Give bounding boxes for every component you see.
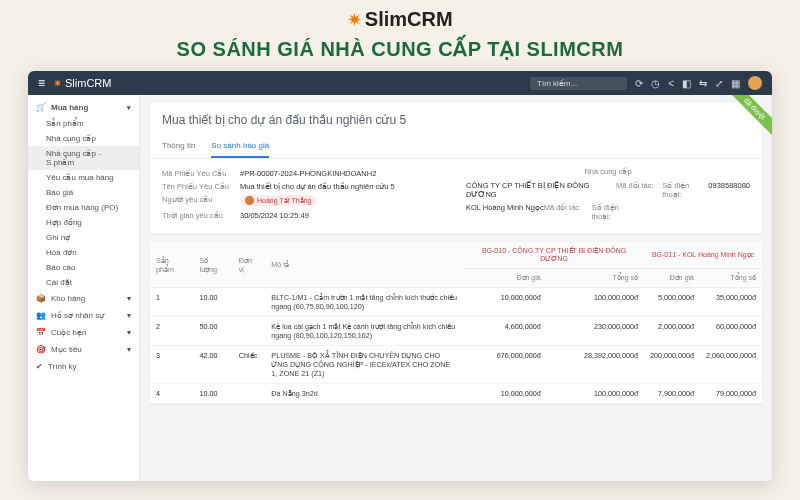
value-thoi: 30/05/2024 10:25:49 (240, 211, 309, 220)
cell-mota: PLUSME - BỘ XẢ TĨNH ĐIỆN CHUYÊN DỤNG CHO… (265, 346, 464, 384)
supplier-row: CÔNG TY CP THIẾT BỊ ĐIỆN ĐÔNG DƯƠNG Mã đ… (466, 179, 750, 201)
th-g2-tongso: Tổng số (700, 269, 762, 288)
promo-headline: SO SÁNH GIÁ NHÀ CUNG CẤP TẠI SLIMCRM (0, 35, 800, 71)
cell-sl: 10.00 (193, 288, 232, 317)
sidebar-major-label: Hồ sơ nhân sự (51, 311, 104, 320)
th-mota[interactable]: Mô tả (265, 242, 464, 288)
supplier-name: KOL Hoàng Minh Ngọc (466, 203, 544, 221)
th-group1: BG-010 - CÔNG TY CP THIẾT BỊ ĐIỆN ĐÔNG D… (464, 242, 644, 269)
sidebar-item-caidat[interactable]: Cài đặt (28, 275, 139, 290)
request-info: Mã Phiếu Yêu Cầu#PR-00007-2024-PHONGKINH… (162, 167, 446, 223)
sidebar-major-trinhky[interactable]: ✔Trình ký (28, 358, 139, 375)
sidebar-item-ncc-sp[interactable]: Nhà cung cấp - S.phẩm (28, 146, 139, 170)
cell-mota: BLTC-1/M1 - Cảm trườn 1 mặt tăng chỉnh k… (265, 288, 464, 317)
cart-icon: 🛒 (36, 103, 46, 112)
table-row[interactable]: 2 50.00 Kệ lùa cài gạch 1 mặt Kệ cánh tr… (150, 317, 762, 346)
info-panel: Mã Phiếu Yêu Cầu#PR-00007-2024-PHONGKINH… (150, 159, 762, 234)
cell-g2-ts: 79,000,000đ (700, 384, 762, 404)
chevron-down-icon: ▾ (127, 104, 131, 112)
chevron-down-icon: ▾ (127, 345, 131, 354)
box-icon: 📦 (36, 294, 46, 303)
people-icon: 👥 (36, 311, 46, 320)
sync-icon[interactable]: ⟳ (635, 78, 643, 89)
table-row[interactable]: 1 10.00 BLTC-1/M1 - Cảm trườn 1 mặt tăng… (150, 288, 762, 317)
app-frame: ≡ ✷ SlimCRM Tìm kiếm... ⟳ ◷ < ◧ ⇆ ⤢ ▦ 🛒 … (28, 71, 772, 481)
sidebar-major-nhansu[interactable]: 👥Hồ sơ nhân sự▾ (28, 307, 139, 324)
chevron-down-icon: ▾ (127, 294, 131, 303)
sidebar-major-khohang[interactable]: 📦Kho hàng▾ (28, 290, 139, 307)
search-input[interactable]: Tìm kiếm... (530, 77, 627, 90)
cell-sp: 2 (150, 317, 193, 346)
setup-icon[interactable]: ⇆ (699, 78, 707, 89)
cell-g1-ts: 100,000,000đ (547, 288, 644, 317)
clock-icon[interactable]: ◷ (651, 78, 660, 89)
target-icon: 🎯 (36, 345, 46, 354)
sidebar-major-muctieu[interactable]: 🎯Mục tiêu▾ (28, 341, 139, 358)
grid-icon[interactable]: ▦ (731, 78, 740, 89)
expand-icon[interactable]: ⤢ (715, 78, 723, 89)
sidebar-group-label: Mua hàng (51, 103, 88, 112)
panel-table: Sản phẩm Số lượng Đơn vị Mô tả BG-010 - … (150, 242, 762, 404)
cell-g2-dg: 5,000,000đ (644, 288, 700, 317)
cell-g1-dg: 676,000,000đ (464, 346, 547, 384)
supplier-row: KOL Hoàng Minh Ngọc Mã đối tác: Số điện … (466, 201, 750, 223)
apps-icon[interactable]: ◧ (682, 78, 691, 89)
th-g2-dongia: Đơn giá (644, 269, 700, 288)
app-brand[interactable]: ✷ SlimCRM (53, 77, 111, 90)
sidebar-item-nhacungcap[interactable]: Nhà cung cấp (28, 131, 139, 146)
label-ten: Tên Phiếu Yêu Cầu (162, 182, 240, 191)
tab-thongtin[interactable]: Thông tin (162, 135, 195, 158)
sidebar: 🛒 Mua hàng ▾ Sản phẩm Nhà cung cấp Nhà c… (28, 95, 140, 481)
cell-g1-ts: 100,000,000đ (547, 384, 644, 404)
sidebar-item-hopdong[interactable]: Hợp đồng (28, 215, 139, 230)
sidebar-item-yeucau[interactable]: Yêu cầu mua hàng (28, 170, 139, 185)
label-thoi: Thời gian yêu cầu (162, 211, 240, 220)
supplier-codelabel: Mã đối tác: (544, 203, 592, 221)
cell-sl: 42.00 (193, 346, 232, 384)
th-sl[interactable]: Số lượng (193, 242, 232, 288)
value-ma: #PR-00007-2024-PHONGKINHDOANH2 (240, 169, 376, 178)
table-row[interactable]: 3 42.00 Chiếc PLUSME - BỘ XẢ TĨNH ĐIỆN C… (150, 346, 762, 384)
promo-logo: ✷ SlimCRM (0, 0, 800, 35)
table-row[interactable]: 4 10.00 Đà Nẵng 3n2d 10,000,000đ 100,000… (150, 384, 762, 404)
supplier-codelabel: Mã đối tác: (616, 181, 662, 199)
tabs: Thông tin So sánh báo giá (150, 135, 762, 159)
person-chip[interactable]: Hoàng Tất Thắng (240, 195, 316, 206)
share-icon[interactable]: < (668, 78, 674, 89)
gear-icon: ✷ (347, 9, 362, 31)
promo-brand: SlimCRM (365, 8, 453, 30)
sidebar-item-sanpham[interactable]: Sản phẩm (28, 116, 139, 131)
sidebar-major-label: Cuộc hẹn (51, 328, 86, 337)
sidebar-major-cuochen[interactable]: 📅Cuộc hẹn▾ (28, 324, 139, 341)
brand-text: SlimCRM (65, 77, 111, 89)
panel-main: Mua thiết bị cho dự án đấu thầu nghiên c… (150, 103, 762, 234)
cell-g1-ts: 28,392,000,000đ (547, 346, 644, 384)
sidebar-item-donmuahang[interactable]: Đơn mua hàng (PO) (28, 200, 139, 215)
compare-table: Sản phẩm Số lượng Đơn vị Mô tả BG-010 - … (150, 242, 762, 404)
cell-dv (233, 384, 266, 404)
sidebar-major-label: Kho hàng (51, 294, 85, 303)
sidebar-item-baogia[interactable]: Báo giá (28, 185, 139, 200)
cell-dv (233, 317, 266, 346)
chevron-down-icon: ▾ (127, 311, 131, 320)
sidebar-item-baocao[interactable]: Báo cáo (28, 260, 139, 275)
sidebar-item-hoadon[interactable]: Hóa đơn (28, 245, 139, 260)
menu-icon[interactable]: ≡ (38, 76, 45, 90)
calendar-icon: 📅 (36, 328, 46, 337)
supplier-phonelabel: Số điện thoại: (592, 203, 640, 221)
cell-sl: 10.00 (193, 384, 232, 404)
supplier-header: Nhà cung cấp (466, 167, 750, 176)
th-g1-dongia: Đơn giá (464, 269, 547, 288)
sidebar-group-muahang[interactable]: 🛒 Mua hàng ▾ (28, 99, 139, 116)
cell-mota: Kệ lùa cài gạch 1 mặt Kệ cánh trượt tăng… (265, 317, 464, 346)
th-dv[interactable]: Đơn vị (233, 242, 266, 288)
sidebar-major-label: Mục tiêu (51, 345, 82, 354)
sidebar-item-ghino[interactable]: Ghi nợ (28, 230, 139, 245)
cell-sp: 4 (150, 384, 193, 404)
cell-g1-dg: 10,000,000đ (464, 288, 547, 317)
cell-g1-dg: 4,600,000đ (464, 317, 547, 346)
avatar[interactable] (748, 76, 762, 90)
check-icon: ✔ (36, 362, 43, 371)
tab-sosanh[interactable]: So sánh báo giá (211, 135, 269, 158)
th-sp[interactable]: Sản phẩm (150, 242, 193, 288)
